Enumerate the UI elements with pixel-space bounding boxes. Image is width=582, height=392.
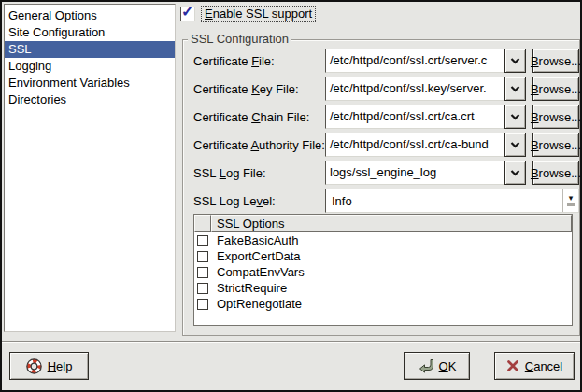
ssl-options-table: SSL Options FakeBasicAuth ExportCertData… [193, 214, 573, 326]
chevron-down-icon [510, 58, 520, 64]
table-row-exportcertdata[interactable]: ExportCertData [194, 248, 572, 264]
enable-ssl-label: Enable SSL support [201, 6, 316, 22]
certificate-chain-file-browse-button[interactable]: Browse... [532, 105, 579, 129]
ssl-log-level-row: SSL Log Level: Info ▾ [193, 189, 579, 213]
certificate-file-dropdown-button[interactable] [504, 49, 526, 73]
ssl-log-level-label: SSL Log Level: [193, 194, 325, 208]
certificate-key-file-input[interactable]: /etc/httpd/conf/ssl.key/server. [325, 77, 504, 101]
table-row-strictrequire[interactable]: StrictRequire [194, 280, 572, 296]
option-label: FakeBasicAuth [208, 233, 298, 247]
ok-button-label: OK [439, 359, 457, 373]
chevron-down-icon [510, 86, 520, 92]
ssl-log-file-label: SSL Log File: [193, 166, 325, 180]
certificate-file-row: Certificate File: /etc/httpd/conf/ssl.cr… [193, 49, 579, 73]
certificate-file-label: Certificate File: [193, 54, 325, 68]
certificate-file-browse-button[interactable]: Browse... [532, 49, 579, 73]
ok-button[interactable]: OK [404, 352, 470, 380]
sidebar-item-site-configuration[interactable]: Site Configuration [5, 24, 175, 41]
sidebar-item-directories[interactable]: Directories [5, 91, 175, 108]
frame-legend: SSL Configuration [188, 32, 291, 46]
certificate-key-file-dropdown-button[interactable] [504, 77, 526, 101]
cancel-button-label: Cancel [525, 359, 562, 373]
enter-arrow-icon [418, 358, 433, 374]
table-header: SSL Options [194, 215, 572, 232]
checkbox-box[interactable] [197, 283, 208, 294]
certificate-authority-file-input[interactable]: /etc/httpd/conf/ssl.crt/ca-bund [325, 133, 504, 157]
table-row-fakebasicauth[interactable]: FakeBasicAuth [194, 232, 572, 248]
table-header-ssl-options[interactable]: SSL Options [211, 215, 572, 232]
enable-ssl-checkbox[interactable]: ✓ Enable SSL support [180, 6, 316, 22]
lifebuoy-icon [26, 358, 42, 374]
certificate-chain-file-dropdown-button[interactable] [504, 105, 526, 129]
certificate-chain-file-input[interactable]: /etc/httpd/conf/ssl.crt/ca.crt [325, 105, 504, 129]
option-label: CompatEnvVars [208, 265, 305, 279]
separator [2, 341, 580, 343]
checkbox-box[interactable] [197, 251, 208, 262]
checkbox-box[interactable] [197, 267, 208, 278]
table-row-compatenvvars[interactable]: CompatEnvVars [194, 264, 572, 280]
ssl-log-file-input[interactable]: logs/ssl_engine_log [325, 161, 504, 185]
help-button[interactable]: Help [9, 352, 89, 380]
certificate-key-file-label: Certificate Key File: [193, 82, 325, 96]
certificate-authority-file-dropdown-button[interactable] [504, 133, 526, 157]
certificate-key-file-browse-button[interactable]: Browse... [532, 77, 579, 101]
cancel-button[interactable]: Cancel [494, 352, 575, 380]
red-x-icon [506, 359, 519, 372]
option-menu-arrow-icon: ▾ [562, 189, 578, 212]
chevron-down-icon [510, 114, 520, 120]
certificate-chain-file-row: Certificate Chain File: /etc/httpd/conf/… [193, 105, 579, 129]
ssl-log-file-browse-button[interactable]: Browse... [532, 161, 579, 185]
checkmark-icon: ✓ [181, 3, 193, 21]
httpd-ssl-config-window: General Options Site Configuration SSL L… [0, 0, 582, 392]
chevron-down-icon [510, 142, 520, 148]
certificate-chain-file-label: Certificate Chain File: [193, 110, 325, 124]
ssl-configuration-frame: SSL Configuration Certificate File: /etc… [182, 39, 580, 336]
sidebar-item-logging[interactable]: Logging [5, 58, 175, 75]
ssl-log-level-select[interactable]: Info ▾ [325, 189, 579, 213]
chevron-down-icon [510, 170, 520, 176]
option-label: ExportCertData [208, 249, 301, 263]
ssl-log-level-value: Info [326, 194, 562, 208]
sidebar-item-ssl[interactable]: SSL [5, 41, 175, 58]
help-button-label: Help [48, 359, 73, 373]
table-header-empty[interactable] [194, 215, 211, 232]
certificate-file-input[interactable]: /etc/httpd/conf/ssl.crt/server.c [325, 49, 504, 73]
sidebar-item-environment-variables[interactable]: Environment Variables [5, 75, 175, 91]
certificate-authority-file-browse-button[interactable]: Browse... [532, 133, 579, 157]
checkbox-box[interactable]: ✓ [180, 7, 195, 21]
ssl-log-file-dropdown-button[interactable] [504, 161, 526, 185]
checkbox-box[interactable] [197, 299, 208, 310]
option-label: StrictRequire [208, 281, 287, 295]
certificate-authority-file-label: Certificate Authority File: [193, 138, 325, 152]
table-row-optrenegotiate[interactable]: OptRenegotiate [194, 296, 572, 312]
certificate-authority-file-row: Certificate Authority File: /etc/httpd/c… [193, 133, 579, 157]
option-label: OptRenegotiate [208, 297, 302, 311]
certificate-key-file-row: Certificate Key File: /etc/httpd/conf/ss… [193, 77, 579, 101]
ssl-log-file-row: SSL Log File: logs/ssl_engine_log Browse… [193, 161, 579, 185]
category-list: General Options Site Configuration SSL L… [4, 4, 176, 332]
sidebar-item-general-options[interactable]: General Options [5, 7, 175, 24]
checkbox-box[interactable] [197, 235, 208, 246]
